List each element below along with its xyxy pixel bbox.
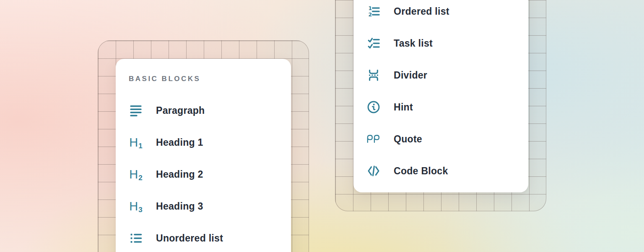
menu-item-heading-2[interactable]: H2 Heading 2 [129, 158, 284, 190]
menu-item-label: Heading 2 [156, 169, 203, 180]
hint-icon [366, 100, 381, 114]
menu-item-code-block[interactable]: Code Block [366, 155, 522, 187]
menu-item-label: Quote [394, 134, 422, 145]
basic-blocks-menu: BASIC BLOCKS Paragraph H1 Heading 1 [116, 59, 291, 252]
blocks-menu-continued: 1 2 Ordered list [353, 0, 528, 192]
menu-item-label: Heading 3 [156, 201, 203, 212]
quote-icon [366, 132, 381, 146]
menu-list: Paragraph H1 Heading 1 H2 Heading 2 H3 H… [129, 94, 284, 252]
menu-item-unordered-list[interactable]: Unordered list [129, 222, 284, 252]
menu-item-label: Hint [394, 102, 413, 113]
menu-item-label: Divider [394, 70, 427, 81]
menu-item-label: Unordered list [156, 233, 223, 244]
paragraph-icon [129, 103, 143, 118]
menu-item-heading-1[interactable]: H1 Heading 1 [129, 126, 284, 158]
heading-1-icon: H1 [129, 135, 143, 150]
menu-item-label: Code Block [394, 165, 448, 177]
heading-3-icon: H3 [129, 199, 143, 213]
task-list-icon [366, 36, 381, 50]
svg-text:1: 1 [369, 5, 372, 11]
menu-item-ordered-list[interactable]: 1 2 Ordered list [366, 0, 522, 27]
unordered-list-icon [129, 231, 143, 245]
code-block-icon [366, 164, 381, 178]
menu-item-heading-3[interactable]: H3 Heading 3 [129, 190, 284, 222]
ordered-list-icon: 1 2 [366, 4, 381, 18]
svg-text:2: 2 [369, 11, 372, 18]
menu-item-paragraph[interactable]: Paragraph [129, 94, 284, 126]
menu-item-label: Ordered list [394, 6, 449, 17]
menu-item-task-list[interactable]: Task list [366, 27, 522, 59]
menu-item-label: Task list [394, 38, 433, 49]
section-header: BASIC BLOCKS [129, 75, 200, 83]
menu-list: 1 2 Ordered list [366, 0, 522, 187]
menu-item-quote[interactable]: Quote [366, 123, 522, 155]
menu-item-label: Heading 1 [156, 137, 203, 148]
menu-item-label: Paragraph [156, 105, 205, 116]
divider-icon [366, 68, 381, 82]
menu-item-divider[interactable]: Divider [366, 59, 522, 91]
menu-item-hint[interactable]: Hint [366, 91, 522, 123]
heading-2-icon: H2 [129, 167, 143, 181]
